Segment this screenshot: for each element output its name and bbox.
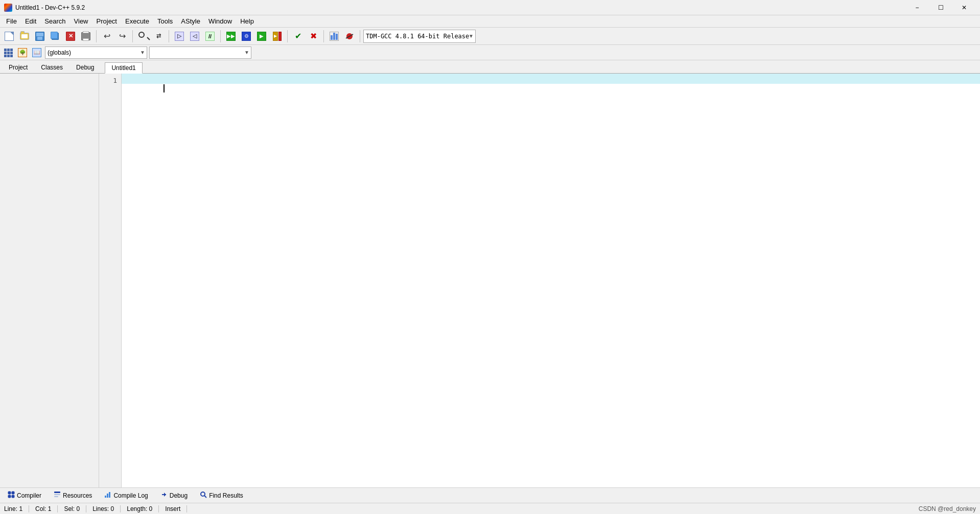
tab-classes[interactable]: Classes bbox=[34, 62, 69, 73]
toggle-comment-button[interactable]: // bbox=[203, 29, 217, 43]
run-button[interactable]: ▶ bbox=[254, 29, 269, 43]
compile-run-button[interactable]: ▶▶ bbox=[224, 29, 238, 43]
open-button[interactable] bbox=[17, 29, 32, 43]
find-button[interactable] bbox=[136, 29, 150, 43]
indent-button[interactable]: ▷ bbox=[172, 29, 186, 43]
profiler-button[interactable] bbox=[327, 29, 341, 43]
replace-button[interactable]: ⇄ bbox=[151, 29, 166, 43]
text-cursor bbox=[164, 84, 165, 92]
bottom-tab-compilelog[interactable]: Compile Log bbox=[99, 489, 153, 502]
new-button[interactable] bbox=[2, 29, 16, 43]
code-line-1[interactable] bbox=[122, 74, 980, 84]
close-button[interactable]: ✕ bbox=[952, 0, 976, 15]
debug-mark-button[interactable] bbox=[342, 29, 357, 43]
globals-dropdown-wrapper: (globals) ▼ bbox=[45, 46, 147, 59]
status-credit: CSDN @red_donkey bbox=[919, 505, 976, 512]
compiler-tab-icon bbox=[8, 491, 15, 500]
compiler-tab-label: Compiler bbox=[17, 492, 41, 499]
tab-untitled1[interactable]: Untitled1 bbox=[105, 62, 142, 74]
app-icon bbox=[4, 4, 12, 12]
svg-rect-4 bbox=[54, 492, 60, 493]
editor-content: 1 bbox=[99, 74, 980, 487]
window-title: Untitled1 - Dev-C++ 5.9.2 bbox=[15, 4, 85, 11]
menu-file[interactable]: File bbox=[2, 16, 21, 27]
editor-area: 1 bbox=[99, 74, 980, 487]
debug-tab-label: Debug bbox=[170, 492, 188, 499]
menu-project[interactable]: Project bbox=[92, 16, 121, 27]
undo-button[interactable]: ↩ bbox=[100, 29, 114, 43]
redo-button[interactable]: ↪ bbox=[115, 29, 129, 43]
globals-dropdown[interactable]: (globals) bbox=[45, 46, 147, 59]
tb2-grid-button[interactable] bbox=[2, 46, 14, 59]
status-mode: Insert bbox=[165, 505, 187, 512]
main-toolbar: ✕ ↩ ↪ ⇄ ▷ ◁ // ▶▶ bbox=[0, 28, 980, 45]
menu-tools[interactable]: Tools bbox=[153, 16, 177, 27]
maximize-button[interactable]: ☐ bbox=[929, 0, 952, 15]
menu-astyle[interactable]: AStyle bbox=[177, 16, 204, 27]
bottom-tab-resources[interactable]: Resources bbox=[48, 489, 98, 502]
left-sidebar bbox=[0, 74, 99, 487]
toolbar-separator-6 bbox=[323, 30, 324, 42]
menu-execute[interactable]: Execute bbox=[121, 16, 153, 27]
svg-rect-5 bbox=[54, 494, 60, 495]
compilelog-tab-icon bbox=[104, 491, 111, 500]
compiler-dropdown[interactable]: TDM-GCC 4.8.1 64-bit Release bbox=[363, 30, 476, 43]
main-content: 1 bbox=[0, 74, 980, 487]
svg-rect-1 bbox=[12, 492, 14, 494]
bottom-panel: Compiler Resources Compile Log Debug Fin… bbox=[0, 487, 980, 503]
line-numbers: 1 bbox=[99, 74, 122, 487]
compilelog-tab-label: Compile Log bbox=[113, 492, 148, 499]
resources-tab-icon bbox=[54, 491, 61, 500]
svg-rect-2 bbox=[8, 495, 11, 498]
compile-button[interactable]: ⚙ bbox=[239, 29, 253, 43]
svg-rect-6 bbox=[54, 496, 58, 497]
print-button[interactable] bbox=[79, 29, 93, 43]
tab-debug[interactable]: Debug bbox=[69, 62, 101, 73]
menu-edit[interactable]: Edit bbox=[21, 16, 40, 27]
save-all-button[interactable] bbox=[48, 29, 62, 43]
menu-view[interactable]: View bbox=[70, 16, 92, 27]
title-controls: − ☐ ✕ bbox=[905, 0, 976, 15]
status-col: Col: 1 bbox=[35, 505, 58, 512]
svg-rect-8 bbox=[107, 494, 108, 498]
minimize-button[interactable]: − bbox=[905, 0, 929, 15]
toolbar-separator-1 bbox=[96, 30, 97, 42]
tab-project[interactable]: Project bbox=[2, 62, 34, 73]
resources-tab-label: Resources bbox=[63, 492, 92, 499]
tabs-row: Project Classes Debug Untitled1 bbox=[0, 60, 980, 74]
menu-help[interactable]: Help bbox=[236, 16, 258, 27]
stop-button[interactable]: ✖ bbox=[306, 29, 320, 43]
debug-run-button[interactable]: ▶ bbox=[270, 29, 284, 43]
left-panel-tabs: Project Classes Debug bbox=[2, 62, 101, 73]
menu-window[interactable]: Window bbox=[204, 16, 236, 27]
bottom-tab-compiler[interactable]: Compiler bbox=[2, 489, 47, 502]
close-file-button[interactable]: ✕ bbox=[63, 29, 78, 43]
title-bar-left: Untitled1 - Dev-C++ 5.9.2 bbox=[4, 4, 85, 12]
findresults-tab-label: Find Results bbox=[209, 492, 243, 499]
svg-rect-3 bbox=[12, 495, 14, 498]
title-bar: Untitled1 - Dev-C++ 5.9.2 − ☐ ✕ bbox=[0, 0, 980, 15]
toolbar-separator-3 bbox=[169, 30, 169, 42]
status-line: Line: 1 bbox=[4, 505, 29, 512]
line-number-1: 1 bbox=[99, 76, 117, 86]
menu-search[interactable]: Search bbox=[40, 16, 69, 27]
save-button[interactable] bbox=[33, 29, 47, 43]
status-sel: Sel: 0 bbox=[64, 505, 86, 512]
compiler-dropdown-wrapper: TDM-GCC 4.8.1 64-bit Release ▼ bbox=[363, 30, 476, 43]
menu-bar: File Edit Search View Project Execute To… bbox=[0, 15, 980, 28]
toolbar2: 🌳 📖 (globals) ▼ ▼ bbox=[0, 45, 980, 60]
check-syntax-button[interactable]: ✔ bbox=[291, 29, 305, 43]
func-dropdown-wrapper: ▼ bbox=[149, 46, 251, 59]
bottom-tab-debug[interactable]: Debug bbox=[155, 489, 193, 502]
toolbar-separator-2 bbox=[132, 30, 133, 42]
toolbar-separator-5 bbox=[287, 30, 288, 42]
tb2-tree-button[interactable]: 🌳 bbox=[16, 46, 29, 59]
svg-rect-9 bbox=[109, 492, 110, 498]
code-area[interactable] bbox=[122, 74, 980, 487]
tb2-book-button[interactable]: 📖 bbox=[31, 46, 43, 59]
bottom-tab-findresults[interactable]: Find Results bbox=[194, 489, 249, 502]
func-dropdown[interactable] bbox=[149, 46, 251, 59]
svg-point-10 bbox=[201, 492, 205, 496]
unindent-button[interactable]: ◁ bbox=[188, 29, 202, 43]
debug-tab-icon bbox=[160, 491, 168, 500]
